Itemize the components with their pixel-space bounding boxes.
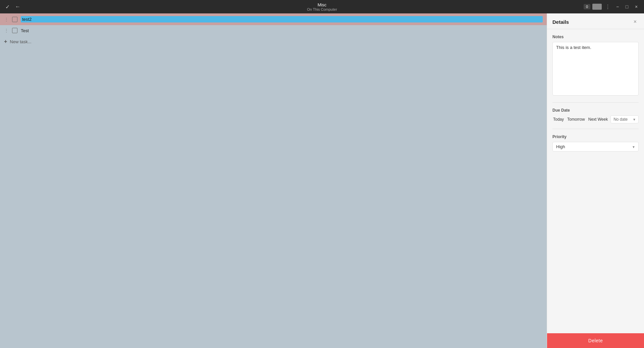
- new-task-label: New task...: [10, 39, 31, 44]
- task-checkbox[interactable]: [12, 17, 17, 22]
- due-date-section: Due Date Today Tomorrow Next Week No dat…: [552, 108, 639, 123]
- notes-textarea[interactable]: This is a test item.: [552, 42, 639, 96]
- details-close-button[interactable]: ×: [632, 18, 639, 25]
- details-header: Details ×: [547, 13, 644, 29]
- date-select-wrapper: No date set Today Tomorrow Next Week Cus…: [610, 115, 639, 123]
- main-area: ⋮ ⋮ Test + New task... Details × Notes: [0, 13, 644, 348]
- titlebar-right: 0 ⋮ − □ ×: [584, 3, 640, 11]
- task-row[interactable]: ⋮: [0, 13, 547, 25]
- due-date-label: Due Date: [552, 108, 639, 113]
- new-task-row[interactable]: + New task...: [0, 36, 547, 47]
- app-subtitle: On This Computer: [307, 7, 337, 11]
- titlebar-left: ✓ ←: [4, 2, 22, 11]
- date-select[interactable]: No date set Today Tomorrow Next Week Cus…: [610, 115, 639, 123]
- plus-icon: +: [4, 39, 7, 45]
- notes-section: Notes This is a test item.: [552, 35, 639, 97]
- drag-handle-icon: ⋮: [4, 28, 9, 33]
- close-button[interactable]: ×: [633, 3, 640, 10]
- minimize-button[interactable]: −: [614, 3, 621, 10]
- task-row[interactable]: ⋮ Test: [0, 25, 547, 36]
- notes-label: Notes: [552, 35, 639, 39]
- window-counter: 0: [584, 4, 590, 9]
- titlebar-center: Misc On This Computer: [307, 2, 337, 11]
- details-title: Details: [552, 19, 569, 25]
- priority-select-wrapper: None Low Medium High ▼: [552, 142, 639, 152]
- separator: [552, 102, 639, 103]
- maximize-button[interactable]: □: [623, 3, 631, 10]
- more-options-icon[interactable]: ⋮: [604, 3, 612, 11]
- thumbnail-preview: [592, 4, 602, 10]
- app-title: Misc: [307, 2, 337, 7]
- delete-button[interactable]: Delete: [547, 333, 644, 348]
- task-name: Test: [21, 28, 543, 33]
- priority-select[interactable]: None Low Medium High: [552, 142, 639, 152]
- task-name-input[interactable]: [21, 16, 543, 22]
- task-checkbox[interactable]: [12, 28, 17, 33]
- priority-label: Priority: [552, 134, 639, 139]
- check-icon[interactable]: ✓: [4, 2, 11, 11]
- task-list: ⋮ ⋮ Test + New task...: [0, 13, 547, 348]
- tomorrow-button[interactable]: Tomorrow: [567, 116, 586, 123]
- due-date-buttons: Today Tomorrow Next Week No date set Tod…: [552, 115, 639, 123]
- titlebar: ✓ ← Misc On This Computer 0 ⋮ − □ ×: [0, 0, 644, 13]
- details-body: Notes This is a test item. Due Date Toda…: [547, 29, 644, 333]
- priority-section: Priority None Low Medium High ▼: [552, 134, 639, 152]
- back-icon[interactable]: ←: [14, 2, 22, 11]
- drag-handle-icon: ⋮: [4, 17, 9, 22]
- next-week-button[interactable]: Next Week: [588, 116, 608, 123]
- separator: [552, 129, 639, 129]
- today-button[interactable]: Today: [552, 116, 565, 123]
- details-panel: Details × Notes This is a test item. Due…: [547, 13, 644, 348]
